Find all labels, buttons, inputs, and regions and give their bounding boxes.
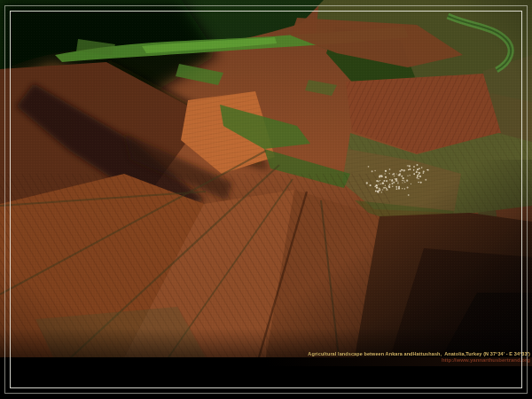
caption-url: http://www.yannarthusbertrand.org <box>300 357 530 364</box>
aerial-photo-art <box>0 0 532 357</box>
caption: Agricultural landscape between Ankara an… <box>69 351 530 375</box>
aerial-photo <box>0 0 532 357</box>
wallpaper-canvas: Agricultural landscape between Ankara an… <box>0 0 532 399</box>
